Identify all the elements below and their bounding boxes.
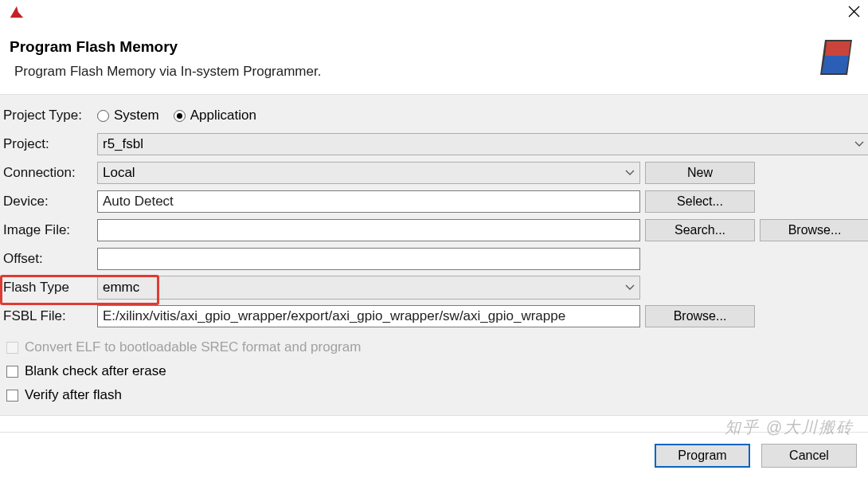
project-type-application-radio[interactable]: Application bbox=[174, 108, 256, 123]
blank-check-label: Blank check after erase bbox=[25, 363, 166, 379]
checkbox-icon bbox=[6, 342, 18, 354]
device-label: Device: bbox=[2, 194, 92, 210]
blank-check-checkbox[interactable]: Blank check after erase bbox=[6, 359, 858, 383]
image-file-search-button[interactable]: Search... bbox=[645, 219, 755, 241]
connection-row: Connection: Local New bbox=[2, 159, 860, 187]
offset-label: Offset: bbox=[2, 251, 92, 267]
flash-type-label: Flash Type bbox=[2, 280, 92, 296]
flash-type-value: emmc bbox=[103, 280, 139, 296]
project-value: r5_fsbl bbox=[103, 136, 143, 152]
connection-label: Connection: bbox=[2, 165, 92, 181]
svg-marker-1 bbox=[825, 41, 850, 56]
header: Program Flash Memory Program Flash Memor… bbox=[0, 24, 868, 95]
offset-input[interactable] bbox=[97, 248, 640, 270]
convert-elf-checkbox: Convert ELF to bootloadable SREC format … bbox=[6, 335, 858, 359]
dialog-window: Program Flash Memory Program Flash Memor… bbox=[0, 0, 868, 478]
radio-dot-icon bbox=[97, 110, 109, 122]
offset-row: Offset: bbox=[2, 245, 860, 273]
image-file-input[interactable] bbox=[97, 219, 640, 241]
checkbox-icon bbox=[6, 390, 18, 402]
project-type-application-label: Application bbox=[190, 108, 256, 123]
image-file-row: Image File: Search... Browse... bbox=[2, 216, 860, 245]
fsbl-file-label: FSBL File: bbox=[2, 308, 92, 324]
image-file-label: Image File: bbox=[2, 222, 92, 238]
project-type-system-radio[interactable]: System bbox=[97, 108, 159, 123]
dialog-title: Program Flash Memory bbox=[10, 38, 321, 56]
chevron-down-icon bbox=[625, 170, 635, 176]
connection-value: Local bbox=[103, 165, 135, 181]
project-type-label: Project Type: bbox=[2, 108, 92, 123]
device-row: Device: Auto Detect Select... bbox=[2, 187, 860, 216]
project-type-system-label: System bbox=[114, 108, 159, 123]
chevron-down-icon bbox=[625, 284, 635, 291]
close-button[interactable] bbox=[846, 3, 862, 19]
device-input[interactable]: Auto Detect bbox=[97, 190, 640, 213]
convert-elf-label: Convert ELF to bootloadable SREC format … bbox=[25, 339, 361, 355]
chevron-down-icon bbox=[854, 141, 864, 147]
app-logo-icon bbox=[8, 3, 25, 21]
select-device-button[interactable]: Select... bbox=[645, 190, 755, 213]
image-file-browse-button[interactable]: Browse... bbox=[760, 219, 868, 241]
project-type-row: Project Type: System Application bbox=[2, 101, 860, 130]
title-bar bbox=[0, 0, 868, 24]
verify-after-flash-label: Verify after flash bbox=[25, 387, 122, 403]
verify-after-flash-checkbox[interactable]: Verify after flash bbox=[6, 383, 858, 407]
project-label: Project: bbox=[2, 136, 92, 152]
form-area: Project Type: System Application Project… bbox=[0, 95, 868, 416]
flash-type-row: Flash Type emmc bbox=[2, 273, 860, 302]
new-connection-button[interactable]: New bbox=[645, 162, 755, 184]
dialog-footer: Program Cancel bbox=[0, 432, 868, 478]
flash-type-combo[interactable]: emmc bbox=[97, 276, 640, 300]
flash-memory-icon bbox=[817, 38, 855, 76]
radio-dot-icon bbox=[174, 110, 186, 122]
checkbox-icon bbox=[6, 366, 18, 378]
project-row: Project: r5_fsbl bbox=[2, 130, 860, 159]
svg-marker-2 bbox=[822, 56, 849, 73]
fsbl-file-browse-button[interactable]: Browse... bbox=[645, 305, 755, 327]
fsbl-file-row: FSBL File: E:/xilinx/vitis/axi_gpio_wrap… bbox=[2, 302, 860, 331]
program-button[interactable]: Program bbox=[655, 444, 750, 468]
checkbox-group: Convert ELF to bootloadable SREC format … bbox=[2, 331, 860, 409]
project-combo[interactable]: r5_fsbl bbox=[97, 133, 868, 155]
cancel-button[interactable]: Cancel bbox=[761, 444, 857, 468]
connection-combo[interactable]: Local bbox=[97, 162, 640, 184]
fsbl-file-input[interactable]: E:/xilinx/vitis/axi_gpio_wrapper/export/… bbox=[97, 305, 640, 327]
dialog-subtitle: Program Flash Memory via In-system Progr… bbox=[14, 64, 321, 80]
